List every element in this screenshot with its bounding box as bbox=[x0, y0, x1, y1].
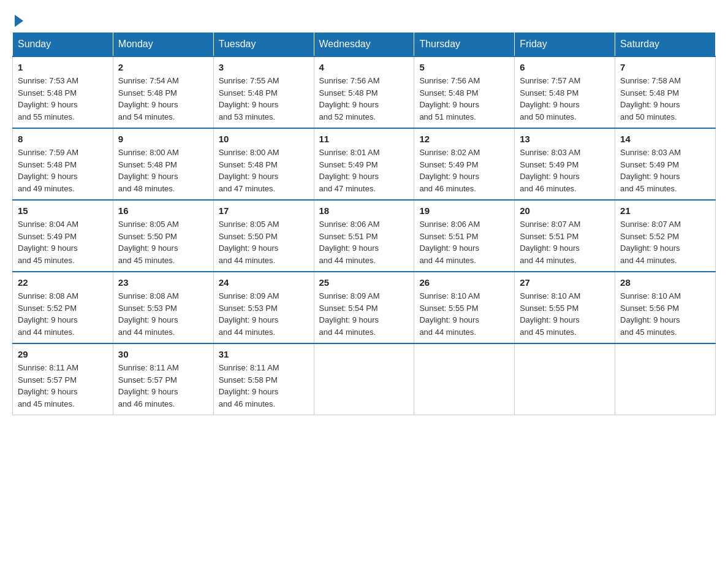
day-info: Sunrise: 8:00 AM Sunset: 5:48 PM Dayligh… bbox=[118, 147, 208, 194]
day-info: Sunrise: 8:06 AM Sunset: 5:51 PM Dayligh… bbox=[319, 218, 409, 266]
day-number: 17 bbox=[219, 205, 309, 216]
day-number: 13 bbox=[520, 134, 610, 144]
day-number: 29 bbox=[18, 349, 108, 359]
calendar-day-cell: 10 Sunrise: 8:00 AM Sunset: 5:48 PM Dayl… bbox=[213, 128, 314, 200]
day-info: Sunrise: 8:10 AM Sunset: 5:55 PM Dayligh… bbox=[520, 290, 610, 338]
day-number: 5 bbox=[419, 62, 509, 72]
calendar-day-cell: 31 Sunrise: 8:11 AM Sunset: 5:58 PM Dayl… bbox=[213, 343, 314, 415]
calendar-day-cell: 16 Sunrise: 8:05 AM Sunset: 5:50 PM Dayl… bbox=[113, 200, 213, 272]
day-info: Sunrise: 8:08 AM Sunset: 5:53 PM Dayligh… bbox=[118, 290, 208, 338]
day-number: 24 bbox=[219, 277, 309, 288]
day-info: Sunrise: 7:55 AM Sunset: 5:48 PM Dayligh… bbox=[219, 75, 309, 123]
calendar-day-cell: 12 Sunrise: 8:02 AM Sunset: 5:49 PM Dayl… bbox=[414, 128, 515, 200]
calendar-day-cell bbox=[314, 343, 414, 415]
day-info: Sunrise: 8:07 AM Sunset: 5:52 PM Dayligh… bbox=[620, 218, 710, 266]
day-info: Sunrise: 8:09 AM Sunset: 5:54 PM Dayligh… bbox=[319, 290, 409, 338]
day-number: 30 bbox=[118, 349, 208, 359]
calendar-header-row: SundayMondayTuesdayWednesdayThursdayFrid… bbox=[13, 33, 716, 57]
calendar-day-cell: 5 Sunrise: 7:56 AM Sunset: 5:48 PM Dayli… bbox=[414, 56, 515, 128]
day-number: 6 bbox=[520, 62, 610, 72]
calendar-week-row: 29 Sunrise: 8:11 AM Sunset: 5:57 PM Dayl… bbox=[13, 343, 716, 415]
day-info: Sunrise: 8:10 AM Sunset: 5:56 PM Dayligh… bbox=[620, 290, 710, 338]
calendar-day-cell: 7 Sunrise: 7:58 AM Sunset: 5:48 PM Dayli… bbox=[615, 56, 716, 128]
calendar-day-cell: 13 Sunrise: 8:03 AM Sunset: 5:49 PM Dayl… bbox=[515, 128, 615, 200]
day-info: Sunrise: 8:09 AM Sunset: 5:53 PM Dayligh… bbox=[219, 290, 309, 338]
day-header-sunday: Sunday bbox=[13, 33, 113, 57]
day-info: Sunrise: 7:56 AM Sunset: 5:48 PM Dayligh… bbox=[319, 75, 409, 123]
calendar-day-cell: 3 Sunrise: 7:55 AM Sunset: 5:48 PM Dayli… bbox=[213, 56, 314, 128]
calendar-day-cell: 6 Sunrise: 7:57 AM Sunset: 5:48 PM Dayli… bbox=[515, 56, 615, 128]
day-info: Sunrise: 8:11 AM Sunset: 5:57 PM Dayligh… bbox=[18, 362, 108, 410]
day-info: Sunrise: 8:00 AM Sunset: 5:48 PM Dayligh… bbox=[219, 147, 309, 194]
day-number: 22 bbox=[18, 277, 108, 288]
day-info: Sunrise: 8:10 AM Sunset: 5:55 PM Dayligh… bbox=[419, 290, 509, 338]
day-info: Sunrise: 8:02 AM Sunset: 5:49 PM Dayligh… bbox=[419, 147, 509, 194]
calendar-week-row: 8 Sunrise: 7:59 AM Sunset: 5:48 PM Dayli… bbox=[13, 128, 716, 200]
day-number: 11 bbox=[319, 134, 409, 144]
day-number: 4 bbox=[319, 62, 409, 72]
calendar-table: SundayMondayTuesdayWednesdayThursdayFrid… bbox=[12, 32, 716, 415]
day-number: 10 bbox=[219, 134, 309, 144]
calendar-day-cell bbox=[414, 343, 515, 415]
day-header-friday: Friday bbox=[515, 33, 615, 57]
calendar-day-cell: 22 Sunrise: 8:08 AM Sunset: 5:52 PM Dayl… bbox=[13, 272, 113, 343]
logo-arrow-icon bbox=[15, 15, 23, 27]
day-number: 28 bbox=[620, 277, 710, 288]
day-number: 9 bbox=[118, 134, 208, 144]
day-info: Sunrise: 8:01 AM Sunset: 5:49 PM Dayligh… bbox=[319, 147, 409, 194]
day-number: 20 bbox=[520, 205, 610, 216]
calendar-day-cell: 1 Sunrise: 7:53 AM Sunset: 5:48 PM Dayli… bbox=[13, 56, 113, 128]
day-info: Sunrise: 7:58 AM Sunset: 5:48 PM Dayligh… bbox=[620, 75, 710, 123]
calendar-day-cell: 28 Sunrise: 8:10 AM Sunset: 5:56 PM Dayl… bbox=[615, 272, 716, 343]
calendar-day-cell: 4 Sunrise: 7:56 AM Sunset: 5:48 PM Dayli… bbox=[314, 56, 414, 128]
calendar-day-cell: 2 Sunrise: 7:54 AM Sunset: 5:48 PM Dayli… bbox=[113, 56, 213, 128]
calendar-week-row: 1 Sunrise: 7:53 AM Sunset: 5:48 PM Dayli… bbox=[13, 56, 716, 128]
day-number: 8 bbox=[18, 134, 108, 144]
day-number: 26 bbox=[419, 277, 509, 288]
page-header bbox=[12, 12, 716, 26]
calendar-day-cell: 25 Sunrise: 8:09 AM Sunset: 5:54 PM Dayl… bbox=[314, 272, 414, 343]
calendar-day-cell: 19 Sunrise: 8:06 AM Sunset: 5:51 PM Dayl… bbox=[414, 200, 515, 272]
day-info: Sunrise: 8:11 AM Sunset: 5:58 PM Dayligh… bbox=[219, 362, 309, 410]
day-info: Sunrise: 8:05 AM Sunset: 5:50 PM Dayligh… bbox=[118, 218, 208, 266]
calendar-day-cell bbox=[615, 343, 716, 415]
day-number: 1 bbox=[18, 62, 108, 72]
day-header-saturday: Saturday bbox=[615, 33, 716, 57]
day-info: Sunrise: 7:54 AM Sunset: 5:48 PM Dayligh… bbox=[118, 75, 208, 123]
day-number: 21 bbox=[620, 205, 710, 216]
day-header-wednesday: Wednesday bbox=[314, 33, 414, 57]
calendar-day-cell: 30 Sunrise: 8:11 AM Sunset: 5:57 PM Dayl… bbox=[113, 343, 213, 415]
calendar-day-cell: 29 Sunrise: 8:11 AM Sunset: 5:57 PM Dayl… bbox=[13, 343, 113, 415]
calendar-day-cell: 23 Sunrise: 8:08 AM Sunset: 5:53 PM Dayl… bbox=[113, 272, 213, 343]
day-number: 16 bbox=[118, 205, 208, 216]
day-number: 12 bbox=[419, 134, 509, 144]
calendar-day-cell: 15 Sunrise: 8:04 AM Sunset: 5:49 PM Dayl… bbox=[13, 200, 113, 272]
day-info: Sunrise: 8:05 AM Sunset: 5:50 PM Dayligh… bbox=[219, 218, 309, 266]
calendar-day-cell: 21 Sunrise: 8:07 AM Sunset: 5:52 PM Dayl… bbox=[615, 200, 716, 272]
day-info: Sunrise: 7:56 AM Sunset: 5:48 PM Dayligh… bbox=[419, 75, 509, 123]
calendar-day-cell: 17 Sunrise: 8:05 AM Sunset: 5:50 PM Dayl… bbox=[213, 200, 314, 272]
day-info: Sunrise: 7:59 AM Sunset: 5:48 PM Dayligh… bbox=[18, 147, 108, 194]
day-info: Sunrise: 8:08 AM Sunset: 5:52 PM Dayligh… bbox=[18, 290, 108, 338]
calendar-week-row: 15 Sunrise: 8:04 AM Sunset: 5:49 PM Dayl… bbox=[13, 200, 716, 272]
day-number: 15 bbox=[18, 205, 108, 216]
day-number: 14 bbox=[620, 134, 710, 144]
day-info: Sunrise: 8:04 AM Sunset: 5:49 PM Dayligh… bbox=[18, 218, 108, 266]
calendar-day-cell: 9 Sunrise: 8:00 AM Sunset: 5:48 PM Dayli… bbox=[113, 128, 213, 200]
calendar-day-cell: 11 Sunrise: 8:01 AM Sunset: 5:49 PM Dayl… bbox=[314, 128, 414, 200]
calendar-day-cell: 18 Sunrise: 8:06 AM Sunset: 5:51 PM Dayl… bbox=[314, 200, 414, 272]
calendar-day-cell: 20 Sunrise: 8:07 AM Sunset: 5:51 PM Dayl… bbox=[515, 200, 615, 272]
day-number: 23 bbox=[118, 277, 208, 288]
day-info: Sunrise: 8:03 AM Sunset: 5:49 PM Dayligh… bbox=[520, 147, 610, 194]
calendar-day-cell: 8 Sunrise: 7:59 AM Sunset: 5:48 PM Dayli… bbox=[13, 128, 113, 200]
day-number: 19 bbox=[419, 205, 509, 216]
day-number: 27 bbox=[520, 277, 610, 288]
day-info: Sunrise: 8:03 AM Sunset: 5:49 PM Dayligh… bbox=[620, 147, 710, 194]
day-header-tuesday: Tuesday bbox=[213, 33, 314, 57]
day-info: Sunrise: 7:53 AM Sunset: 5:48 PM Dayligh… bbox=[18, 75, 108, 123]
day-header-thursday: Thursday bbox=[414, 33, 515, 57]
calendar-week-row: 22 Sunrise: 8:08 AM Sunset: 5:52 PM Dayl… bbox=[13, 272, 716, 343]
calendar-day-cell: 24 Sunrise: 8:09 AM Sunset: 5:53 PM Dayl… bbox=[213, 272, 314, 343]
day-info: Sunrise: 8:07 AM Sunset: 5:51 PM Dayligh… bbox=[520, 218, 610, 266]
calendar-day-cell: 27 Sunrise: 8:10 AM Sunset: 5:55 PM Dayl… bbox=[515, 272, 615, 343]
